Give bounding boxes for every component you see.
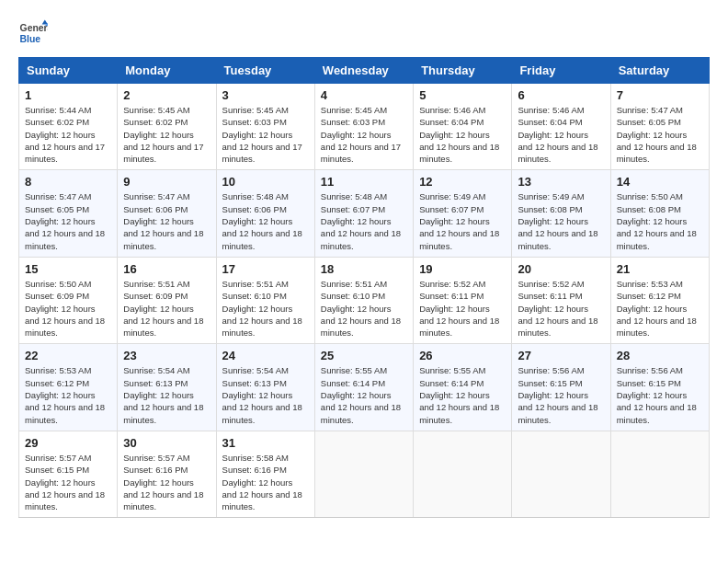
day-number: 12 [419, 175, 506, 189]
calendar-cell: 14Sunrise: 5:50 AMSunset: 6:08 PMDayligh… [610, 170, 709, 257]
calendar-week-row: 22Sunrise: 5:53 AMSunset: 6:12 PMDayligh… [19, 344, 710, 431]
calendar-cell: 3Sunrise: 5:45 AMSunset: 6:03 PMDaylight… [216, 84, 314, 170]
day-info: Sunrise: 5:52 AMSunset: 6:11 PMDaylight:… [419, 278, 506, 339]
day-info: Sunrise: 5:48 AMSunset: 6:07 PMDaylight:… [321, 190, 407, 251]
day-info: Sunrise: 5:48 AMSunset: 6:06 PMDaylight:… [222, 190, 309, 251]
day-number: 26 [419, 349, 506, 362]
calendar-cell: 10Sunrise: 5:48 AMSunset: 6:06 PMDayligh… [216, 170, 314, 257]
calendar-cell: 11Sunrise: 5:48 AMSunset: 6:07 PMDayligh… [314, 170, 413, 257]
day-number: 8 [25, 175, 111, 189]
calendar-cell: 30Sunrise: 5:57 AMSunset: 6:16 PMDayligh… [118, 431, 216, 517]
day-info: Sunrise: 5:56 AMSunset: 6:15 PMDaylight:… [518, 364, 604, 425]
day-info: Sunrise: 5:57 AMSunset: 6:16 PMDaylight:… [123, 452, 210, 512]
day-info: Sunrise: 5:55 AMSunset: 6:14 PMDaylight:… [321, 364, 407, 425]
calendar-cell: 23Sunrise: 5:54 AMSunset: 6:13 PMDayligh… [118, 344, 216, 431]
calendar-cell: 12Sunrise: 5:49 AMSunset: 6:07 PMDayligh… [414, 170, 512, 257]
weekday-header-tuesday: Tuesday [216, 58, 314, 84]
day-info: Sunrise: 5:46 AMSunset: 6:04 PMDaylight:… [419, 104, 506, 165]
day-info: Sunrise: 5:50 AMSunset: 6:09 PMDaylight:… [25, 278, 111, 339]
day-info: Sunrise: 5:51 AMSunset: 6:10 PMDaylight:… [222, 278, 309, 339]
day-number: 4 [321, 88, 407, 102]
day-number: 25 [321, 349, 407, 362]
day-number: 27 [518, 349, 604, 362]
logo: General Blue [18, 18, 51, 48]
day-info: Sunrise: 5:53 AMSunset: 6:12 PMDaylight:… [25, 364, 111, 425]
svg-text:Blue: Blue [20, 34, 41, 44]
calendar-cell: 24Sunrise: 5:54 AMSunset: 6:13 PMDayligh… [216, 344, 314, 431]
day-info: Sunrise: 5:55 AMSunset: 6:14 PMDaylight:… [419, 364, 506, 425]
day-info: Sunrise: 5:49 AMSunset: 6:08 PMDaylight:… [518, 190, 604, 251]
day-number: 16 [123, 262, 210, 276]
day-number: 28 [617, 349, 703, 362]
calendar-cell: 15Sunrise: 5:50 AMSunset: 6:09 PMDayligh… [19, 257, 118, 343]
calendar-cell: 31Sunrise: 5:58 AMSunset: 6:16 PMDayligh… [216, 431, 314, 517]
calendar-cell: 1Sunrise: 5:44 AMSunset: 6:02 PMDaylight… [19, 84, 118, 170]
weekday-header-sunday: Sunday [19, 58, 118, 84]
day-info: Sunrise: 5:54 AMSunset: 6:13 PMDaylight:… [222, 364, 309, 425]
day-info: Sunrise: 5:51 AMSunset: 6:09 PMDaylight:… [123, 278, 210, 339]
page-header: General Blue [18, 18, 710, 48]
day-number: 29 [25, 436, 111, 450]
calendar-week-row: 15Sunrise: 5:50 AMSunset: 6:09 PMDayligh… [19, 257, 710, 343]
day-number: 30 [123, 436, 210, 450]
day-info: Sunrise: 5:56 AMSunset: 6:15 PMDaylight:… [617, 364, 703, 425]
day-number: 15 [25, 262, 111, 276]
calendar-header-row: SundayMondayTuesdayWednesdayThursdayFrid… [19, 58, 710, 84]
day-info: Sunrise: 5:47 AMSunset: 6:06 PMDaylight:… [123, 190, 210, 251]
day-number: 2 [123, 88, 210, 102]
day-info: Sunrise: 5:51 AMSunset: 6:10 PMDaylight:… [321, 278, 407, 339]
calendar-cell: 21Sunrise: 5:53 AMSunset: 6:12 PMDayligh… [610, 257, 709, 343]
calendar-cell: 2Sunrise: 5:45 AMSunset: 6:02 PMDaylight… [118, 84, 216, 170]
day-info: Sunrise: 5:45 AMSunset: 6:02 PMDaylight:… [123, 104, 210, 165]
calendar-cell: 6Sunrise: 5:46 AMSunset: 6:04 PMDaylight… [512, 84, 610, 170]
day-info: Sunrise: 5:57 AMSunset: 6:15 PMDaylight:… [25, 452, 111, 512]
day-number: 24 [222, 349, 309, 362]
calendar-cell: 4Sunrise: 5:45 AMSunset: 6:03 PMDaylight… [314, 84, 413, 170]
day-number: 14 [617, 175, 703, 189]
day-number: 5 [419, 88, 506, 102]
calendar-cell: 18Sunrise: 5:51 AMSunset: 6:10 PMDayligh… [314, 257, 413, 343]
day-number: 1 [25, 88, 111, 102]
day-number: 23 [123, 349, 210, 362]
day-number: 9 [123, 175, 210, 189]
weekday-header-thursday: Thursday [414, 58, 512, 84]
day-info: Sunrise: 5:49 AMSunset: 6:07 PMDaylight:… [419, 190, 506, 251]
day-info: Sunrise: 5:53 AMSunset: 6:12 PMDaylight:… [617, 278, 703, 339]
calendar-cell: 9Sunrise: 5:47 AMSunset: 6:06 PMDaylight… [118, 170, 216, 257]
calendar-week-row: 8Sunrise: 5:47 AMSunset: 6:05 PMDaylight… [19, 170, 710, 257]
calendar-cell: 25Sunrise: 5:55 AMSunset: 6:14 PMDayligh… [314, 344, 413, 431]
day-number: 7 [617, 88, 703, 102]
svg-text:General: General [20, 23, 48, 33]
calendar-cell: 28Sunrise: 5:56 AMSunset: 6:15 PMDayligh… [610, 344, 709, 431]
day-number: 18 [321, 262, 407, 276]
calendar-cell [414, 431, 512, 517]
day-info: Sunrise: 5:47 AMSunset: 6:05 PMDaylight:… [25, 190, 111, 251]
day-number: 21 [617, 262, 703, 276]
calendar-cell: 16Sunrise: 5:51 AMSunset: 6:09 PMDayligh… [118, 257, 216, 343]
day-info: Sunrise: 5:58 AMSunset: 6:16 PMDaylight:… [222, 452, 309, 512]
calendar-cell: 22Sunrise: 5:53 AMSunset: 6:12 PMDayligh… [19, 344, 118, 431]
day-number: 20 [518, 262, 604, 276]
day-info: Sunrise: 5:46 AMSunset: 6:04 PMDaylight:… [518, 104, 604, 165]
day-number: 3 [222, 88, 309, 102]
weekday-header-friday: Friday [512, 58, 610, 84]
calendar-cell: 20Sunrise: 5:52 AMSunset: 6:11 PMDayligh… [512, 257, 610, 343]
day-number: 13 [518, 175, 604, 189]
calendar-week-row: 1Sunrise: 5:44 AMSunset: 6:02 PMDaylight… [19, 84, 710, 170]
calendar-cell: 17Sunrise: 5:51 AMSunset: 6:10 PMDayligh… [216, 257, 314, 343]
calendar-cell: 8Sunrise: 5:47 AMSunset: 6:05 PMDaylight… [19, 170, 118, 257]
calendar-cell: 7Sunrise: 5:47 AMSunset: 6:05 PMDaylight… [610, 84, 709, 170]
logo-icon: General Blue [18, 18, 48, 48]
day-number: 22 [25, 349, 111, 362]
calendar-cell: 13Sunrise: 5:49 AMSunset: 6:08 PMDayligh… [512, 170, 610, 257]
weekday-header-monday: Monday [118, 58, 216, 84]
calendar-cell: 5Sunrise: 5:46 AMSunset: 6:04 PMDaylight… [414, 84, 512, 170]
day-info: Sunrise: 5:44 AMSunset: 6:02 PMDaylight:… [25, 104, 111, 165]
day-number: 11 [321, 175, 407, 189]
day-info: Sunrise: 5:47 AMSunset: 6:05 PMDaylight:… [617, 104, 703, 165]
svg-marker-2 [42, 20, 48, 25]
calendar-week-row: 29Sunrise: 5:57 AMSunset: 6:15 PMDayligh… [19, 431, 710, 517]
day-number: 17 [222, 262, 309, 276]
calendar-cell: 19Sunrise: 5:52 AMSunset: 6:11 PMDayligh… [414, 257, 512, 343]
day-info: Sunrise: 5:50 AMSunset: 6:08 PMDaylight:… [617, 190, 703, 251]
